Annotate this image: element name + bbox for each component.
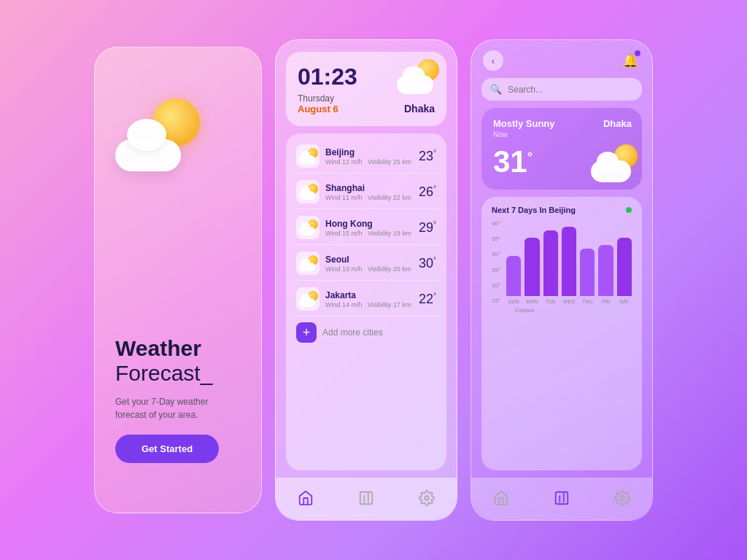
city-name: Seoul [325, 254, 413, 265]
city-weather-icon [296, 216, 320, 239]
city-info: Shanghai Wind 11 m/h Visibility 22 km [325, 183, 413, 201]
nav-settings-icon[interactable] [415, 486, 438, 510]
header-weather-icon [392, 59, 439, 97]
bar-fri [598, 245, 613, 296]
bar-label-sun: SUN [508, 299, 519, 304]
bar-wed [562, 227, 576, 296]
city-weather-icon [296, 180, 320, 203]
city-list-card: Beijing Wind 12 m/h Visibility 25 km 23°… [286, 133, 446, 470]
chart-title: Next 7 Days In Beijing [492, 206, 576, 214]
back-button[interactable]: ‹ [483, 50, 503, 71]
bar-col-fri: FRI [598, 245, 613, 304]
get-started-button[interactable]: Get Started [115, 435, 219, 463]
screen2: 01:23 Thursday August 6 Dhaka Beijing Wi… [275, 39, 457, 521]
city-row[interactable]: Hong Kong Wind 15 m/h Visibility 19 km 2… [293, 211, 439, 245]
city-detail: Wind 12 m/h Visibility 25 km [325, 158, 413, 166]
cloud-icon [108, 122, 192, 171]
add-cities-label: Add more cities [322, 327, 383, 338]
app-description: Get your 7-Day weather forecast of your … [115, 395, 241, 421]
city-info: Jakarta Wind 14 m/h Visibility 17 km [325, 290, 413, 308]
city-name: Hong Kong [325, 219, 413, 229]
city-temp: 23° [419, 149, 436, 164]
notification-icon[interactable]: 🔔 [620, 50, 640, 71]
bar-col-thu: THU [580, 249, 595, 304]
bar-col-sun: SUN [506, 256, 521, 304]
city-detail: Wind 15 m/h Visibility 19 km [325, 230, 413, 237]
add-cities-row[interactable]: + Add more cities [293, 318, 439, 347]
bar-mon [525, 238, 539, 296]
weather-location: Dhaka [603, 118, 632, 129]
bar-col-wed: WED [562, 227, 576, 304]
city-temp: 29° [419, 220, 436, 236]
s3-nav-chart-icon[interactable] [550, 486, 573, 510]
city-temp: 30° [419, 256, 436, 271]
svg-rect-4 [556, 492, 568, 505]
add-cities-icon[interactable]: + [296, 322, 317, 343]
bottom-nav [276, 478, 457, 520]
search-icon: 🔍 [490, 84, 502, 95]
s3-nav-home-icon[interactable] [489, 486, 513, 510]
weather-main-card: Mostly Sunny Now Dhaka 31° [481, 108, 642, 190]
s3-nav-settings-icon[interactable] [611, 486, 634, 510]
s3-bottom-nav [471, 478, 652, 520]
bar-sat [617, 238, 632, 296]
city-weather-icon [296, 252, 320, 275]
bar-label-wed: WED [563, 299, 575, 304]
bar-sun [506, 256, 521, 296]
bar-col-sat: SAT [617, 238, 632, 304]
city-detail: Wind 14 m/h Visibility 17 km [325, 301, 413, 308]
top-nav-bar: ‹ 🔔 [481, 50, 642, 71]
search-input[interactable] [508, 85, 633, 95]
nav-home-icon[interactable] [294, 486, 317, 510]
chart-card: Next 7 Days In Beijing 40°35°30°25°20°15… [481, 197, 642, 470]
city-name: Jakarta [325, 290, 413, 300]
bars-area: SUN MON TUE WED THU [506, 227, 632, 304]
chart-status-dot [626, 207, 632, 213]
bar-label-fri: FRI [602, 299, 610, 304]
city-info: Beijing Wind 12 m/h Visibility 25 km [325, 147, 413, 166]
city-row[interactable]: Shanghai Wind 11 m/h Visibility 22 km 26… [293, 175, 439, 209]
city-name: Shanghai [325, 183, 413, 193]
weather-now-label: Now [493, 131, 630, 139]
bar-label-mon: MON [526, 299, 538, 304]
city-detail: Wind 10 m/h Visibility 20 km [325, 265, 413, 273]
city-weather-icon [296, 287, 320, 311]
city-info: Seoul Wind 10 m/h Visibility 20 km [325, 254, 413, 273]
bar-label-thu: THU [582, 299, 592, 304]
bar-col-mon: MON [525, 238, 539, 304]
city-row[interactable]: Seoul Wind 10 m/h Visibility 20 km 30° [293, 246, 439, 281]
bar-col-tue: TUE [543, 230, 558, 304]
svg-rect-0 [360, 492, 373, 505]
screen3: ‹ 🔔 🔍 Mostly Sunny Now Dhaka 31° Next 7 … [471, 39, 653, 521]
nav-chart-icon[interactable] [355, 486, 378, 510]
city-detail: Wind 11 m/h Visibility 22 km [325, 194, 413, 201]
notification-dot [635, 50, 640, 56]
city-row[interactable]: Jakarta Wind 14 m/h Visibility 17 km 22° [293, 282, 439, 316]
screen1: Weather Forecast_ Get your 7-Day weather… [94, 47, 262, 513]
weather-header-card: 01:23 Thursday August 6 Dhaka [286, 52, 446, 126]
chart-title-row: Next 7 Days In Beijing [492, 206, 632, 214]
svg-point-3 [425, 496, 429, 500]
bar-thu [580, 249, 595, 296]
app-subtitle: Forecast_ [115, 360, 241, 386]
city-weather-icon [296, 144, 320, 168]
city-temp: 22° [419, 292, 436, 307]
bar-tue [543, 230, 558, 296]
city-row[interactable]: Beijing Wind 12 m/h Visibility 25 km 23° [293, 139, 439, 174]
main-weather-icon [587, 144, 638, 185]
search-bar: 🔍 [481, 78, 642, 101]
celsius-label: Celsius [515, 307, 534, 314]
bar-label-sat: SAT [619, 299, 629, 304]
hero-weather-icon [108, 98, 203, 171]
chart-y-axis: 40°35°30°25°20°15° [492, 220, 500, 304]
bar-label-tue: TUE [546, 299, 556, 304]
app-title: Weather [115, 336, 241, 360]
city-temp: 26° [419, 184, 436, 200]
hero-text-block: Weather Forecast_ Get your 7-Day weather… [95, 336, 261, 463]
city-info: Hong Kong Wind 15 m/h Visibility 19 km [325, 219, 413, 237]
svg-point-7 [620, 496, 624, 500]
current-location: Dhaka [404, 103, 435, 114]
city-name: Beijing [325, 147, 413, 158]
